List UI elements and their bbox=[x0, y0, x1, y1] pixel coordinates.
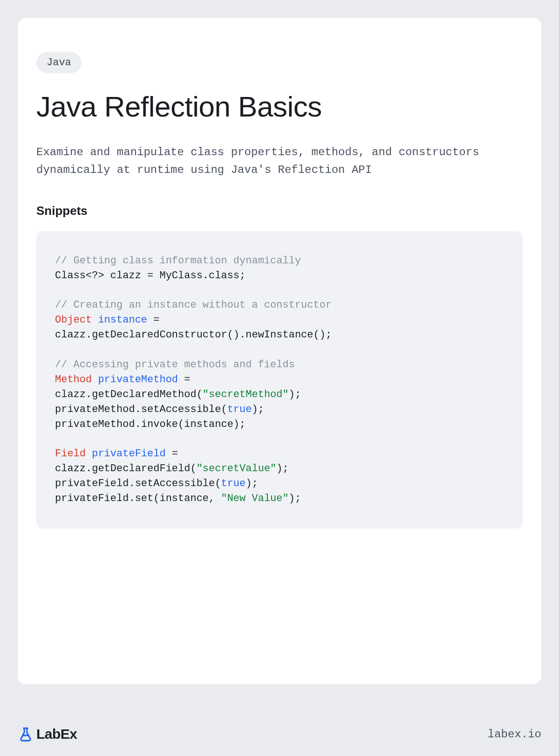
code-line: clazz.getDeclaredField( bbox=[55, 463, 197, 474]
content-card: Java Java Reflection Basics Examine and … bbox=[18, 18, 541, 684]
code-line: privateMethod.setAccessible( bbox=[55, 404, 227, 415]
code-line: privateMethod.invoke(instance); bbox=[55, 419, 245, 430]
code-comment: // Getting class information dynamically bbox=[55, 255, 301, 267]
code-snippet: // Getting class information dynamically… bbox=[36, 231, 523, 529]
flask-icon bbox=[18, 726, 34, 742]
page-description: Examine and manipulate class properties,… bbox=[36, 144, 523, 179]
code-line: privateField.set(instance, bbox=[55, 493, 221, 504]
code-text: = bbox=[166, 448, 178, 460]
code-type: Object bbox=[55, 314, 92, 326]
page-title: Java Reflection Basics bbox=[36, 90, 523, 123]
code-text: = bbox=[178, 374, 190, 385]
code-text: = bbox=[147, 314, 159, 326]
code-line: clazz.getDeclaredConstructor().newInstan… bbox=[55, 329, 332, 341]
code-type: Field bbox=[55, 448, 86, 460]
code-comment: // Accessing private methods and fields bbox=[55, 359, 295, 371]
code-bool: true bbox=[221, 478, 245, 489]
code-line: ); bbox=[276, 463, 288, 474]
brand-logo: LabEx bbox=[18, 726, 77, 742]
code-type: Method bbox=[55, 374, 92, 385]
code-bool: true bbox=[227, 404, 252, 415]
code-line: privateField.setAccessible( bbox=[55, 478, 221, 489]
code-line: Class<?> clazz = MyClass.class; bbox=[55, 270, 245, 282]
brand-name: LabEx bbox=[36, 726, 77, 742]
code-line: ); bbox=[289, 493, 301, 504]
code-string: "secretValue" bbox=[197, 463, 277, 474]
snippets-heading: Snippets bbox=[36, 204, 523, 218]
code-line: ); bbox=[245, 478, 258, 489]
page-footer: LabEx labex.io bbox=[18, 726, 541, 742]
language-tag: Java bbox=[36, 52, 82, 73]
code-comment: // Creating an instance without a constr… bbox=[55, 299, 332, 311]
code-string: "secretMethod" bbox=[203, 389, 289, 400]
code-line: ); bbox=[289, 389, 301, 400]
code-line: clazz.getDeclaredMethod( bbox=[55, 389, 203, 400]
code-string: "New Value" bbox=[221, 493, 288, 504]
site-url: labex.io bbox=[488, 728, 541, 741]
code-var: privateField bbox=[92, 448, 165, 460]
code-line: ); bbox=[252, 404, 264, 415]
code-var: privateMethod bbox=[98, 374, 178, 385]
code-var: instance bbox=[98, 314, 147, 326]
